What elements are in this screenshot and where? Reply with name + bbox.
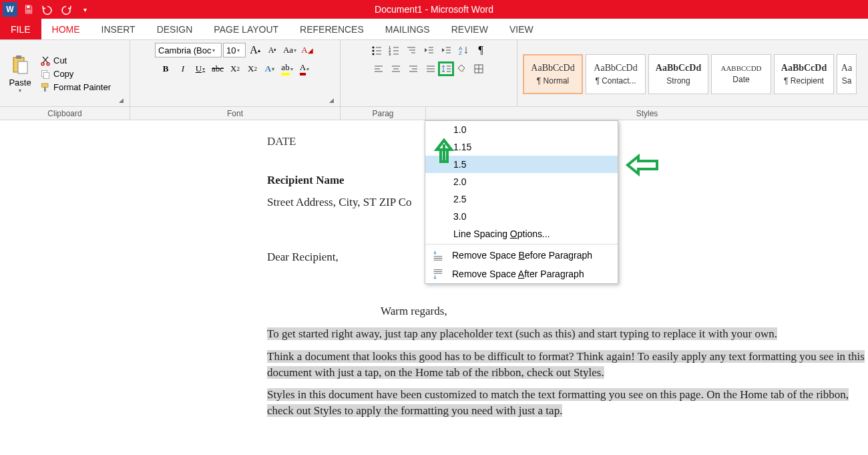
cut-label: Cut xyxy=(53,55,67,65)
underline-button[interactable]: U xyxy=(192,61,208,76)
document-area: 1.0 1.15 1.5 2.0 2.5 3.0 Line Spacing Op… xyxy=(0,120,868,419)
body-p1[interactable]: To get started right away, just tap any … xyxy=(267,327,777,340)
tab-page-layout[interactable]: PAGE LAYOUT xyxy=(203,19,289,39)
remove-space-before[interactable]: Remove Space Before Paragraph xyxy=(425,246,618,265)
svg-rect-4 xyxy=(18,61,27,73)
qat-customize-icon[interactable]: ▾ xyxy=(77,2,92,17)
font-color-button[interactable]: A xyxy=(296,61,312,76)
change-case-button[interactable]: Aa xyxy=(282,43,298,57)
font-name-combo[interactable]: Cambria (Boc▾ xyxy=(155,43,222,57)
style-date[interactable]: AABBCCDDDate xyxy=(711,54,771,94)
borders-button[interactable] xyxy=(471,61,487,76)
tab-home[interactable]: HOME xyxy=(41,19,91,39)
text-effects-button[interactable]: A xyxy=(262,61,278,76)
line-spacing-button[interactable] xyxy=(438,61,454,76)
style-normal[interactable]: AaBbCcDd¶ Normal xyxy=(523,54,583,94)
tab-file[interactable]: FILE xyxy=(0,19,41,39)
font-dialog-launcher[interactable]: ◢ xyxy=(329,97,337,105)
word-logo: W xyxy=(3,2,17,17)
style-more[interactable]: AaSa xyxy=(837,54,857,94)
svg-rect-1 xyxy=(27,10,31,13)
bold-button[interactable]: B xyxy=(158,61,174,76)
subscript-button[interactable]: X2 xyxy=(227,61,243,76)
svg-rect-9 xyxy=(42,84,48,87)
font-size-combo[interactable]: 10▾ xyxy=(223,43,246,57)
italic-button[interactable]: I xyxy=(175,61,191,76)
copy-button[interactable]: Copy xyxy=(39,68,112,80)
tab-insert[interactable]: INSERT xyxy=(91,19,146,39)
svg-point-6 xyxy=(47,62,49,65)
redo-icon[interactable] xyxy=(59,2,73,17)
tab-view[interactable]: VIEW xyxy=(499,19,544,39)
annotation-arrow-left xyxy=(625,154,658,176)
tab-mailings[interactable]: MAILINGS xyxy=(375,19,441,39)
ribbon-tabs: FILE HOME INSERT DESIGN PAGE LAYOUT REFE… xyxy=(0,19,868,40)
line-spacing-2_5[interactable]: 2.5 xyxy=(425,190,618,208)
group-font: Cambria (Boc▾ 10▾ A▴ A▾ Aa A◢ B I U abc … xyxy=(130,40,341,106)
increase-indent-button[interactable] xyxy=(438,43,454,57)
style-strong[interactable]: AaBbCcDdStrong xyxy=(648,54,708,94)
group-styles: AaBbCcDd¶ Normal AaBbCcDd¶ Contact... Aa… xyxy=(517,40,868,106)
tab-design[interactable]: DESIGN xyxy=(146,19,204,39)
decrease-font-icon[interactable]: A▾ xyxy=(264,43,280,57)
multilevel-list-button[interactable] xyxy=(403,43,419,57)
group-clipboard: Paste ▾ Cut Copy Format Painter ◢ xyxy=(0,40,130,106)
show-hide-button[interactable]: ¶ xyxy=(473,43,489,57)
highlight-button[interactable]: ab xyxy=(279,61,295,76)
tab-review[interactable]: REVIEW xyxy=(441,19,499,39)
body-p2[interactable]: Think a document that looks this good ha… xyxy=(267,350,865,379)
svg-point-5 xyxy=(41,62,44,65)
svg-point-15 xyxy=(373,53,375,55)
justify-button[interactable] xyxy=(423,61,439,76)
svg-rect-8 xyxy=(43,72,49,78)
copy-label: Copy xyxy=(53,69,73,79)
shading-button[interactable] xyxy=(453,61,469,76)
align-center-button[interactable] xyxy=(388,61,404,76)
body-p3[interactable]: Styles in this document have been custom… xyxy=(267,388,849,417)
quick-access-toolbar: W ▾ xyxy=(0,2,92,17)
title-bar: W ▾ Document1 - Microsoft Word xyxy=(0,0,868,19)
ribbon: Paste ▾ Cut Copy Format Painter ◢ Cambri… xyxy=(0,40,868,107)
line-spacing-options[interactable]: Line Spacing Options... xyxy=(425,225,618,243)
clear-formatting-icon[interactable]: A◢ xyxy=(299,43,315,57)
save-icon[interactable] xyxy=(21,2,36,17)
svg-text:3: 3 xyxy=(389,52,391,55)
styles-label: Styles xyxy=(426,107,868,120)
svg-text:Z: Z xyxy=(459,50,462,55)
line-spacing-3_0[interactable]: 3.0 xyxy=(425,208,618,225)
numbering-button[interactable]: 123 xyxy=(386,43,402,57)
style-recipient[interactable]: AaBbCcDd¶ Recipient xyxy=(774,54,834,94)
style-contact[interactable]: AaBbCcDd¶ Contact... xyxy=(586,54,646,94)
remove-space-after[interactable]: Remove Space After Paragraph xyxy=(425,265,618,283)
svg-rect-0 xyxy=(27,6,29,8)
group-paragraph: 123 AZ ¶ xyxy=(341,40,517,106)
align-left-button[interactable] xyxy=(371,61,387,76)
svg-point-11 xyxy=(373,47,375,49)
group-labels-row: Clipboard Font Parag Styles xyxy=(0,107,868,120)
svg-point-13 xyxy=(373,50,375,52)
paste-icon xyxy=(9,54,31,78)
format-painter-button[interactable]: Format Painter xyxy=(39,82,112,94)
bullets-button[interactable] xyxy=(369,43,385,57)
font-label: Font xyxy=(130,107,341,120)
svg-rect-10 xyxy=(44,87,46,92)
remove-before-icon xyxy=(432,249,444,261)
sort-button[interactable]: AZ xyxy=(455,43,471,57)
annotation-arrow-up xyxy=(433,136,455,163)
paste-button[interactable]: Paste ▾ xyxy=(5,54,35,94)
superscript-button[interactable]: X2 xyxy=(244,61,260,76)
decrease-indent-button[interactable] xyxy=(421,43,437,57)
window-title: Document1 - Microsoft Word xyxy=(375,4,493,15)
tab-references[interactable]: REFERENCES xyxy=(289,19,375,39)
closing[interactable]: Warm regards, xyxy=(381,303,868,319)
clipboard-label: Clipboard xyxy=(0,107,130,120)
increase-font-icon[interactable]: A▴ xyxy=(247,43,263,57)
line-spacing-2_0[interactable]: 2.0 xyxy=(425,173,618,190)
svg-rect-3 xyxy=(16,55,21,59)
paste-label: Paste xyxy=(9,78,31,88)
strikethrough-button[interactable]: abc xyxy=(210,61,226,76)
undo-icon[interactable] xyxy=(40,2,55,17)
align-right-button[interactable] xyxy=(405,61,421,76)
cut-button[interactable]: Cut xyxy=(39,55,112,67)
clipboard-dialog-launcher[interactable]: ◢ xyxy=(119,97,127,105)
